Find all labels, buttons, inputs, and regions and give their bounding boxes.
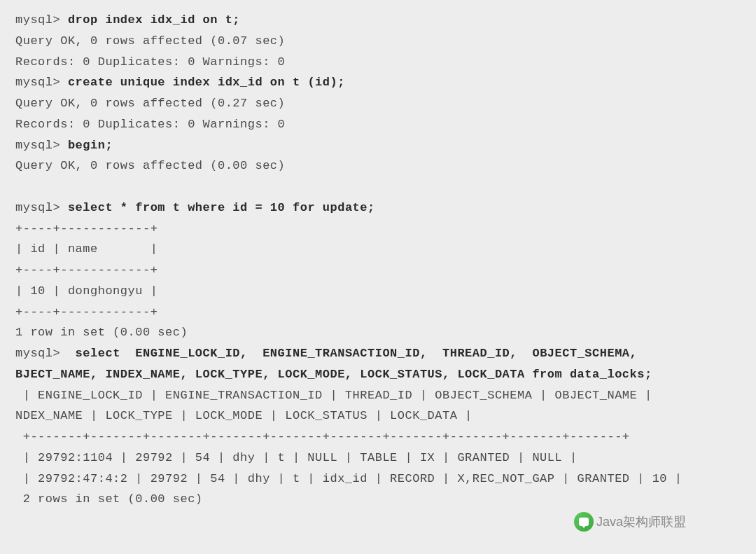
mysql-prompt: mysql> bbox=[15, 13, 68, 27]
sql-command-continuation: BJECT_NAME, INDEX_NAME, LOCK_TYPE, LOCK_… bbox=[15, 364, 741, 385]
sql-command: select ENGINE_LOCK_ID, ENGINE_TRANSACTIO… bbox=[68, 347, 645, 360]
terminal-output-line: +----+------------+ bbox=[15, 302, 741, 323]
mysql-terminal-output: mysql> drop index idx_id on t;Query OK, … bbox=[15, 10, 741, 510]
terminal-output-line: Query OK, 0 rows affected (0.00 sec) bbox=[15, 155, 741, 176]
sql-command: drop index idx_id on t; bbox=[68, 13, 240, 27]
terminal-output-line: NDEX_NAME | LOCK_TYPE | LOCK_MODE | LOCK… bbox=[15, 406, 741, 427]
terminal-command-line: mysql> select * from t where id = 10 for… bbox=[15, 198, 741, 219]
wechat-watermark: Java架构师联盟 bbox=[574, 511, 686, 534]
terminal-command-line: mysql> begin; bbox=[15, 135, 741, 156]
terminal-output-line: | 10 | donghongyu | bbox=[15, 281, 741, 302]
terminal-output-line: Query OK, 0 rows affected (0.07 sec) bbox=[15, 31, 741, 52]
terminal-command-line: mysql> drop index idx_id on t; bbox=[15, 10, 741, 31]
terminal-output-line: Records: 0 Duplicates: 0 Warnings: 0 bbox=[15, 114, 741, 135]
terminal-output-line: 2 rows in set (0.00 sec) bbox=[15, 489, 741, 510]
mysql-prompt: mysql> bbox=[15, 347, 68, 360]
sql-command: begin; bbox=[68, 139, 113, 152]
terminal-output-line: | 29792:47:4:2 | 29792 | 54 | dhy | t | … bbox=[15, 469, 741, 490]
terminal-output-line: +-------+-------+-------+-------+-------… bbox=[15, 427, 741, 448]
terminal-output-line: | 29792:1104 | 29792 | 54 | dhy | t | NU… bbox=[15, 448, 741, 469]
terminal-output-line: +----+------------+ bbox=[15, 219, 741, 240]
wechat-icon bbox=[574, 512, 594, 532]
sql-command: create unique index idx_id on t (id); bbox=[68, 76, 345, 89]
mysql-prompt: mysql> bbox=[15, 201, 68, 214]
sql-command: select * from t where id = 10 for update… bbox=[68, 201, 375, 214]
watermark-text: Java架构师联盟 bbox=[596, 511, 686, 534]
terminal-command-line: mysql> select ENGINE_LOCK_ID, ENGINE_TRA… bbox=[15, 343, 741, 364]
terminal-blank-line bbox=[15, 176, 741, 198]
terminal-command-line: mysql> create unique index idx_id on t (… bbox=[15, 72, 741, 93]
terminal-output-line: +----+------------+ bbox=[15, 260, 741, 281]
terminal-output-line: Query OK, 0 rows affected (0.27 sec) bbox=[15, 93, 741, 114]
terminal-output-line: | id | name | bbox=[15, 239, 741, 260]
terminal-output-line: | ENGINE_LOCK_ID | ENGINE_TRANSACTION_ID… bbox=[15, 385, 741, 406]
terminal-output-line: 1 row in set (0.00 sec) bbox=[15, 322, 741, 343]
mysql-prompt: mysql> bbox=[15, 139, 68, 152]
mysql-prompt: mysql> bbox=[15, 76, 68, 89]
terminal-output-line: Records: 0 Duplicates: 0 Warnings: 0 bbox=[15, 52, 741, 73]
